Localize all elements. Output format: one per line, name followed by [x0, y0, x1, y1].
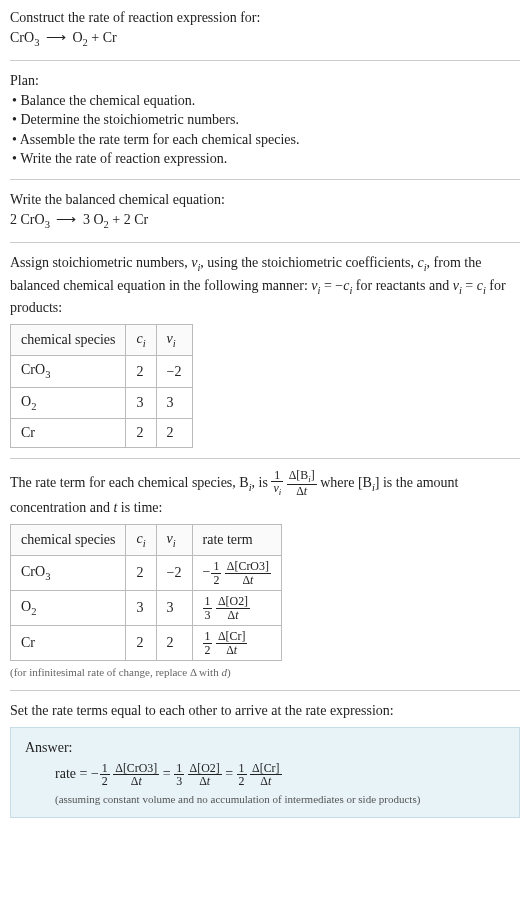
denominator: 3 — [174, 775, 184, 788]
table-row: Cr 2 2 12 Δ[Cr]Δt — [11, 626, 282, 661]
numerator: 1 — [203, 595, 213, 609]
col-nu: νi — [156, 324, 192, 355]
cell-c: 3 — [126, 387, 156, 418]
numerator: Δ[Bi] — [287, 469, 317, 486]
table-header-row: chemical species ci νi rate term — [11, 524, 282, 555]
rate-term-section: The rate term for each chemical species,… — [10, 469, 520, 681]
text: = — [462, 278, 477, 293]
numerator: Δ[Cr] — [216, 630, 247, 644]
cell-species: CrO3 — [11, 556, 126, 591]
answer-note: (assuming constant volume and no accumul… — [25, 792, 505, 807]
denominator: νi — [271, 482, 283, 498]
prompt-equation: CrO3 ⟶ O2 + Cr — [10, 28, 520, 50]
cell-nu: −2 — [156, 356, 192, 387]
equals: = — [225, 766, 236, 781]
stoich-table: chemical species ci νi CrO3 2 −2 O2 3 3 … — [10, 324, 193, 448]
divider — [10, 690, 520, 691]
numerator: 1 — [203, 630, 213, 644]
fraction: Δ[CrO3]Δt — [113, 762, 159, 788]
fraction: Δ[Cr]Δt — [250, 762, 281, 788]
cell-c: 2 — [126, 419, 156, 448]
rate-term-heading: The rate term for each chemical species,… — [10, 469, 520, 518]
cell-species: Cr — [11, 626, 126, 661]
stoich-heading: Assign stoichiometric numbers, νi, using… — [10, 253, 520, 318]
numerator: Δ[O2] — [188, 762, 222, 776]
rate-term-table: chemical species ci νi rate term CrO3 2 … — [10, 524, 282, 661]
col-species: chemical species — [11, 324, 126, 355]
cell-species: O2 — [11, 591, 126, 626]
denominator: Δt — [225, 574, 271, 587]
cell-nu: 2 — [156, 626, 192, 661]
cell-nu: 3 — [156, 387, 192, 418]
cell-species: Cr — [11, 419, 126, 448]
text: for reactants and — [352, 278, 452, 293]
divider — [10, 60, 520, 61]
answer-box: Answer: rate = −12 Δ[CrO3]Δt = 13 Δ[O2]Δ… — [10, 727, 520, 818]
cell-nu: 2 — [156, 419, 192, 448]
fraction: Δ[O2]Δt — [188, 762, 222, 788]
cell-nu: 3 — [156, 591, 192, 626]
numerator: Δ[O2] — [216, 595, 250, 609]
col-rate: rate term — [192, 524, 281, 555]
col-c: ci — [126, 524, 156, 555]
final-heading: Set the rate terms equal to each other t… — [10, 701, 520, 721]
fraction: 12 — [100, 762, 110, 788]
cell-species: CrO3 — [11, 356, 126, 387]
cell-rate: −12 Δ[CrO3]Δt — [192, 556, 281, 591]
denominator: 3 — [203, 609, 213, 622]
fraction: Δ[CrO3]Δt — [225, 560, 271, 586]
answer-label: Answer: — [25, 738, 505, 758]
table-row: O2 3 3 — [11, 387, 193, 418]
balanced-equation: 2 CrO3 ⟶ 3 O2 + 2 Cr — [10, 210, 520, 232]
sign: − — [203, 564, 211, 579]
balanced-heading: Write the balanced chemical equation: — [10, 190, 520, 210]
cell-rate: 13 Δ[O2]Δt — [192, 591, 281, 626]
numerator: 1 — [211, 560, 221, 574]
fraction: 12 — [211, 560, 221, 586]
numerator: Δ[Cr] — [250, 762, 281, 776]
denominator: 2 — [100, 775, 110, 788]
fraction: 12 — [237, 762, 247, 788]
text: = − — [320, 278, 343, 293]
numerator: Δ[CrO3] — [113, 762, 159, 776]
fraction: 13 — [203, 595, 213, 621]
plan-item: Determine the stoichiometric numbers. — [12, 110, 520, 130]
cell-rate: 12 Δ[Cr]Δt — [192, 626, 281, 661]
table-header-row: chemical species ci νi — [11, 324, 193, 355]
denominator: Δt — [250, 775, 281, 788]
numerator: 1 — [271, 469, 283, 483]
denominator: 2 — [203, 644, 213, 657]
cell-c: 2 — [126, 356, 156, 387]
rate-expression: rate = −12 Δ[CrO3]Δt = 13 Δ[O2]Δt = 12 Δ… — [25, 762, 505, 788]
plan-heading: Plan: — [10, 71, 520, 91]
stoich-section: Assign stoichiometric numbers, νi, using… — [10, 253, 520, 448]
cell-species: O2 — [11, 387, 126, 418]
sign: − — [91, 766, 99, 781]
text: , is — [252, 475, 272, 490]
table-row: Cr 2 2 — [11, 419, 193, 448]
denominator: Δt — [287, 485, 317, 498]
text: The rate term for each chemical species,… — [10, 475, 249, 490]
numerator: Δ[CrO3] — [225, 560, 271, 574]
plan-section: Plan: Balance the chemical equation. Det… — [10, 71, 520, 169]
text: where [B — [320, 475, 372, 490]
denominator: Δt — [216, 609, 250, 622]
numerator: 1 — [237, 762, 247, 776]
text: is time: — [117, 500, 162, 515]
numerator: 1 — [100, 762, 110, 776]
col-species: chemical species — [11, 524, 126, 555]
denominator: 2 — [237, 775, 247, 788]
cell-c: 2 — [126, 626, 156, 661]
numerator: 1 — [174, 762, 184, 776]
divider — [10, 242, 520, 243]
table-row: O2 3 3 13 Δ[O2]Δt — [11, 591, 282, 626]
denominator: 2 — [211, 574, 221, 587]
denominator: Δt — [216, 644, 247, 657]
plan-item: Assemble the rate term for each chemical… — [12, 130, 520, 150]
table-row: CrO3 2 −2 −12 Δ[CrO3]Δt — [11, 556, 282, 591]
rate-term-note: (for infinitesimal rate of change, repla… — [10, 665, 520, 680]
col-nu: νi — [156, 524, 192, 555]
table-row: CrO3 2 −2 — [11, 356, 193, 387]
fraction: 12 — [203, 630, 213, 656]
equals: = — [163, 766, 174, 781]
